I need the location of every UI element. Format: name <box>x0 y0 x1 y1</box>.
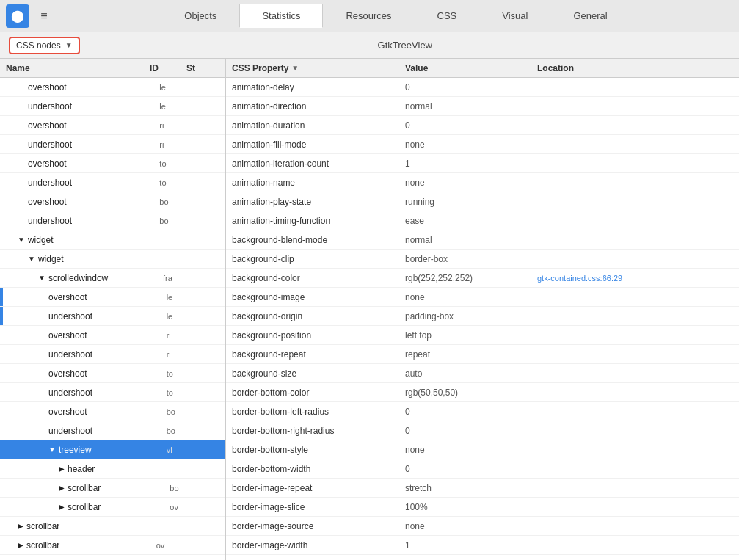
css-val-header: Value <box>402 63 534 73</box>
tree-row[interactable]: undershoot le <box>0 97 225 116</box>
chevron-down-icon: ▼ <box>65 41 73 49</box>
css-row[interactable]: background-position left top <box>226 326 739 345</box>
tab-css[interactable]: CSS <box>415 4 480 28</box>
css-column-headers: CSS Property ▼ Value Location <box>226 59 739 78</box>
css-row[interactable]: background-color rgb(252,252,252) gtk-co… <box>226 269 739 288</box>
css-row[interactable]: animation-direction normal <box>226 97 739 116</box>
css-row[interactable]: animation-delay 0 <box>226 78 739 97</box>
css-row[interactable]: border-image-width 1 <box>226 536 739 555</box>
css-loc-header: Location <box>534 63 739 73</box>
tab-bar: Objects Statistics Resources CSS Visual … <box>59 4 733 28</box>
tab-general[interactable]: General <box>550 4 630 28</box>
tree-row[interactable]: ▼scrolledwindow fra <box>0 269 225 288</box>
tree-row-treeview[interactable]: ▼treeview vi <box>0 440 225 459</box>
css-scroll[interactable]: animation-delay 0 animation-direction no… <box>226 78 739 560</box>
css-nodes-dropdown[interactable]: CSS nodes ▼ <box>9 37 80 54</box>
tree-row[interactable]: overshoot to <box>0 154 225 173</box>
tree-scroll[interactable]: overshoot le undershoot le overshoot ri <box>0 78 225 560</box>
content-area: Name ID St overshoot le undershoot le <box>0 59 739 560</box>
css-row[interactable]: background-repeat repeat <box>226 345 739 364</box>
tree-row[interactable]: undershoot le <box>0 307 225 326</box>
gtktreeview-bar: CSS nodes ▼ GtkTreeView <box>0 32 739 59</box>
tree-row[interactable]: overshoot le <box>0 288 225 307</box>
tree-row[interactable]: overshoot to <box>0 364 225 383</box>
toolbar: ⬤ ≡ Objects Statistics Resources CSS Vis… <box>0 0 739 32</box>
tree-row[interactable]: overshoot bo <box>0 402 225 421</box>
css-prop-header: CSS Property ▼ <box>226 63 402 73</box>
main-area: CSS nodes ▼ GtkTreeView Name ID St overs… <box>0 32 739 560</box>
tree-row[interactable]: undershoot to <box>0 173 225 192</box>
css-row[interactable]: animation-duration 0 <box>226 116 739 135</box>
css-row[interactable]: animation-timing-function ease <box>226 211 739 230</box>
css-row[interactable]: animation-iteration-count 1 <box>226 154 739 173</box>
css-row[interactable]: border-bottom-style none <box>226 440 739 459</box>
css-row[interactable]: border-image-repeat stretch <box>226 479 739 498</box>
col-id-header: ID <box>147 63 183 73</box>
tree-row-scrollbar2[interactable]: ▶scrollbar ov <box>0 498 225 517</box>
css-row[interactable]: border-bottom-width 0 <box>226 459 739 479</box>
tree-row[interactable]: overshoot le <box>0 78 225 97</box>
tree-row[interactable]: undershoot ri <box>0 135 225 154</box>
tree-row[interactable]: overshoot ri <box>0 116 225 135</box>
tree-row[interactable]: undershoot to <box>0 383 225 402</box>
tree-row[interactable]: undershoot bo <box>0 421 225 440</box>
css-nodes-label: CSS nodes <box>16 40 61 51</box>
css-row[interactable]: border-image-slice 100% <box>226 498 739 517</box>
css-row[interactable]: background-size auto <box>226 364 739 383</box>
css-row[interactable]: background-clip border-box <box>226 250 739 269</box>
css-row[interactable]: background-origin padding-box <box>226 307 739 326</box>
css-row[interactable]: animation-name none <box>226 173 739 192</box>
css-row[interactable]: animation-play-state running <box>226 192 739 211</box>
css-row[interactable]: border-bottom-left-radius 0 <box>226 402 739 421</box>
css-row[interactable]: background-blend-mode normal <box>226 230 739 250</box>
tree-row-scrollbar1[interactable]: ▶scrollbar bo <box>0 479 225 498</box>
tree-column-headers: Name ID St <box>0 59 225 78</box>
css-row[interactable]: border-left-color rgb(186,187,187) gtk-c… <box>226 555 739 560</box>
css-row[interactable]: border-bottom-color rgb(50,50,50) <box>226 383 739 402</box>
tree-row[interactable]: overshoot bo <box>0 192 225 211</box>
circle-icon[interactable]: ⬤ <box>6 4 29 28</box>
css-row[interactable]: animation-fill-mode none <box>226 135 739 154</box>
tree-row-scrollbar4[interactable]: ▶scrollbar ov <box>0 536 225 555</box>
tree-row[interactable]: undershoot ri <box>0 345 225 364</box>
left-panel: Name ID St overshoot le undershoot le <box>0 59 226 560</box>
tab-resources[interactable]: Resources <box>323 4 414 28</box>
gtktreeview-title: GtkTreeView <box>80 40 730 51</box>
col-st-header: St <box>183 63 220 73</box>
list-icon[interactable]: ≡ <box>32 4 56 28</box>
css-row[interactable]: background-image none <box>226 288 739 307</box>
tree-row-header[interactable]: ▶header <box>0 459 225 479</box>
tree-row[interactable]: undershoot bo <box>0 211 225 230</box>
tab-visual[interactable]: Visual <box>479 4 550 28</box>
filter-icon[interactable]: ▼ <box>291 64 299 72</box>
tab-objects[interactable]: Objects <box>161 4 239 28</box>
tree-row[interactable]: ▼widget <box>0 230 225 250</box>
tab-statistics[interactable]: Statistics <box>239 4 323 28</box>
right-panel: CSS Property ▼ Value Location animation-… <box>226 59 739 560</box>
tree-row[interactable]: overshoot ri <box>0 326 225 345</box>
tree-row[interactable]: ▼widget <box>0 250 225 269</box>
col-name-header: Name <box>0 63 147 73</box>
tree-row-scrollbar3[interactable]: ▶scrollbar <box>0 517 225 536</box>
css-row[interactable]: border-image-source none <box>226 517 739 536</box>
css-row[interactable]: border-bottom-right-radius 0 <box>226 421 739 440</box>
